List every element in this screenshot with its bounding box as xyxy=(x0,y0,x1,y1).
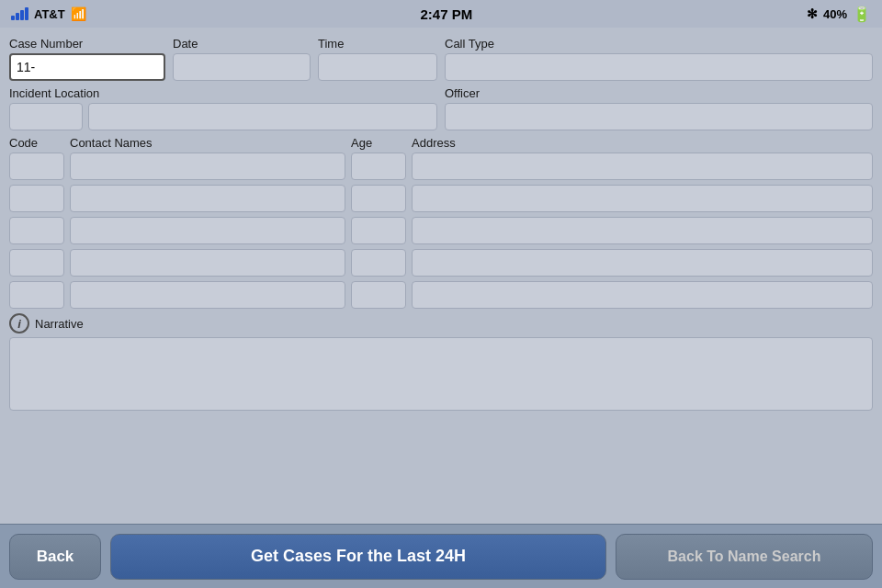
location-input-2[interactable] xyxy=(88,103,437,130)
back-to-name-search-button[interactable]: Back To Name Search xyxy=(616,534,873,580)
code-cell-2[interactable] xyxy=(9,185,64,212)
date-input[interactable] xyxy=(173,53,311,81)
contact-cell-4[interactable] xyxy=(70,249,345,277)
narrative-section: i Narrative xyxy=(9,313,873,414)
main-content: Case Number Date Time Call Type Incident… xyxy=(0,28,882,524)
narrative-input[interactable] xyxy=(9,337,873,411)
call-type-input[interactable] xyxy=(445,53,873,81)
bottom-bar: Back Get Cases For the Last 24H Back To … xyxy=(0,524,882,588)
age-cell-2[interactable] xyxy=(351,185,406,212)
row-location-officer: Incident Location Officer xyxy=(9,86,873,130)
age-cell-1[interactable] xyxy=(351,153,406,180)
wifi-icon: 📶 xyxy=(71,6,86,21)
address-cell-1[interactable] xyxy=(412,153,873,180)
table-row xyxy=(9,281,873,309)
case-number-group: Case Number xyxy=(9,37,165,81)
address-cell-5[interactable] xyxy=(412,281,873,309)
row-case-info: Case Number Date Time Call Type xyxy=(9,37,873,81)
status-bar: AT&T 📶 2:47 PM ✻ 40% 🔋 xyxy=(0,0,882,28)
age-header: Age xyxy=(351,136,406,150)
address-cell-4[interactable] xyxy=(412,249,873,277)
officer-group: Officer xyxy=(445,86,873,130)
date-group: Date xyxy=(173,37,311,81)
officer-input[interactable] xyxy=(445,103,873,130)
officer-label: Officer xyxy=(445,86,873,100)
age-cell-5[interactable] xyxy=(351,281,406,309)
contact-names-header: Contact Names xyxy=(70,136,345,150)
narrative-label: Narrative xyxy=(35,317,84,331)
battery-percent: 40% xyxy=(823,7,847,21)
time-group: Time xyxy=(318,37,437,81)
address-cell-2[interactable] xyxy=(412,185,873,212)
table-row xyxy=(9,249,873,277)
info-icon: i xyxy=(9,313,29,334)
bluetooth-icon: ✻ xyxy=(807,6,818,21)
code-cell-5[interactable] xyxy=(9,281,64,309)
table-row xyxy=(9,217,873,244)
address-cell-3[interactable] xyxy=(412,217,873,244)
incident-location-group: Incident Location xyxy=(9,86,437,130)
carrier-label: AT&T xyxy=(34,7,65,21)
code-header: Code xyxy=(9,136,64,150)
table-header: Code Contact Names Age Address xyxy=(9,136,873,150)
call-type-label: Call Type xyxy=(445,37,873,51)
status-right: ✻ 40% 🔋 xyxy=(807,6,871,23)
table-row xyxy=(9,185,873,212)
battery-icon: 🔋 xyxy=(853,6,871,23)
date-label: Date xyxy=(173,37,311,51)
code-cell-4[interactable] xyxy=(9,249,64,277)
case-number-label: Case Number xyxy=(9,37,165,51)
case-number-input[interactable] xyxy=(9,53,165,81)
time-label: Time xyxy=(318,37,437,51)
narrative-header: i Narrative xyxy=(9,313,873,334)
location-input-1[interactable] xyxy=(9,103,83,130)
time-display: 2:47 PM xyxy=(420,6,472,22)
time-input[interactable] xyxy=(318,53,437,81)
back-button[interactable]: Back xyxy=(9,534,101,580)
contact-cell-1[interactable] xyxy=(70,153,345,180)
address-header: Address xyxy=(412,136,873,150)
incident-location-label: Incident Location xyxy=(9,86,437,100)
get-cases-button[interactable]: Get Cases For the Last 24H xyxy=(110,534,606,580)
contact-cell-5[interactable] xyxy=(70,281,345,309)
age-cell-4[interactable] xyxy=(351,249,406,277)
code-cell-1[interactable] xyxy=(9,153,64,180)
status-left: AT&T 📶 xyxy=(11,6,86,21)
contact-cell-3[interactable] xyxy=(70,217,345,244)
contact-cell-2[interactable] xyxy=(70,185,345,212)
call-type-group: Call Type xyxy=(445,37,873,81)
code-cell-3[interactable] xyxy=(9,217,64,244)
signal-bars xyxy=(11,7,28,20)
table-row xyxy=(9,153,873,180)
location-fields xyxy=(9,103,437,130)
age-cell-3[interactable] xyxy=(351,217,406,244)
